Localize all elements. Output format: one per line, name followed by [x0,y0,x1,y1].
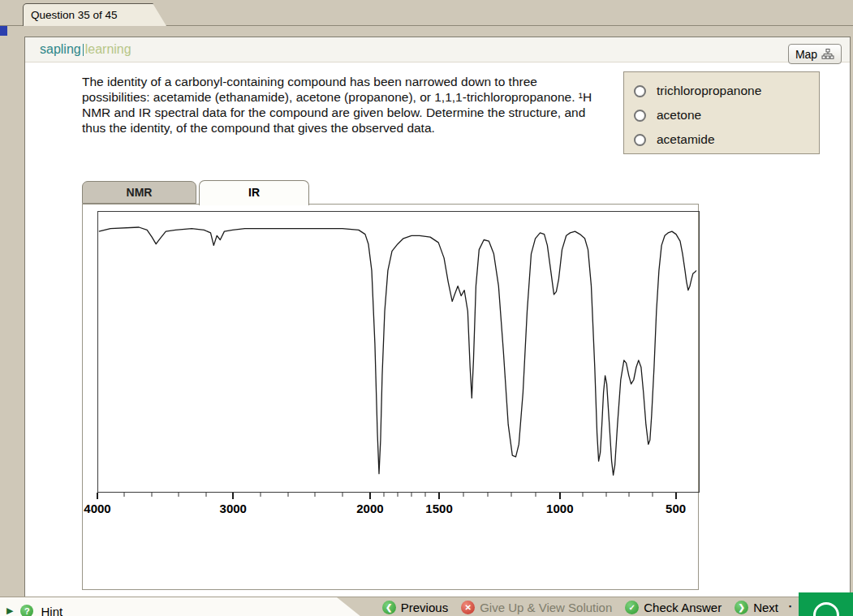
previous-label: Previous [401,601,448,614]
hint-question-icon: ? [20,605,33,616]
sapling-learning-logo: saplinglearning [40,42,131,57]
give-up-label: Give Up & View Solution [480,601,612,614]
x-tick-label: 500 [666,502,686,515]
x-minor-tick [398,493,398,497]
x-minor-tick [605,493,606,497]
x-major-tick [559,493,561,499]
x-minor-tick [583,493,584,497]
x-major-tick [369,493,371,499]
choice-acetamide[interactable]: acetamide [634,127,819,152]
footer-buttons: ❮ Previous ✕ Give Up & View Solution ✓ C… [382,597,778,616]
x-minor-tick [511,493,512,497]
chat-widget-corner[interactable] [799,592,853,616]
x-major-tick [97,493,98,499]
choice-label: trichloropropanone [657,84,761,98]
x-minor-tick [653,493,653,497]
x-minor-tick [260,493,261,497]
radio-button[interactable] [634,110,646,122]
x-minor-tick [411,493,412,497]
x-minor-tick [151,493,152,497]
x-minor-tick [383,493,384,497]
question-text: The identity of a carbonyl-containing co… [82,74,608,136]
choice-label: acetamide [657,132,715,147]
x-minor-tick [629,493,630,497]
sitemap-icon [821,49,834,59]
spectrum-panel: 40003000200015001000500 [82,204,699,590]
question-number-tab[interactable]: Question 35 of 45 [23,3,153,26]
footer-bar: ▶ ? Hint ❮ Previous ✕ Give Up & View Sol… [0,597,853,616]
logo-sapling-text: sapling [40,42,81,57]
logo-learning-text: learning [85,42,131,57]
x-minor-tick [124,493,125,497]
x-tick-label: 1500 [425,502,452,515]
x-minor-tick [487,493,488,497]
panel-header: saplinglearning [25,37,850,62]
tab-nmr[interactable]: NMR [82,181,196,204]
next-label: Next [753,601,778,614]
answer-choices-box: trichloropropanone acetone acetamide [623,71,820,154]
choice-trichloropropanone[interactable]: trichloropropanone [634,79,819,103]
x-tick-label: 1000 [546,502,573,515]
main-panel: saplinglearning Map The identity of a ca… [24,37,851,616]
choice-acetone[interactable]: acetone [634,103,819,127]
ir-spectrum-plot [97,211,700,493]
next-arrow-icon: ❯ [735,601,748,614]
x-minor-tick [342,493,343,497]
x-tick-label: 4000 [84,502,110,515]
hint-tab[interactable]: ▶ ? Hint [0,597,337,616]
check-icon: ✓ [625,601,639,614]
x-minor-tick [536,493,536,497]
previous-button[interactable]: ❮ Previous [382,601,448,614]
x-minor-tick [315,493,316,497]
x-major-tick [232,493,234,499]
check-answer-label: Check Answer [644,601,722,614]
x-tick-label: 3000 [220,502,247,515]
x-minor-tick [287,493,288,497]
radio-button[interactable] [634,85,646,97]
question-number-label: Question 35 of 45 [31,9,118,21]
ir-spectrum-curve [98,212,699,492]
previous-arrow-icon: ❮ [382,601,396,614]
x-minor-tick [425,493,426,497]
x-major-tick [675,493,677,499]
x-minor-tick [205,493,206,497]
x-minor-tick [179,493,179,497]
app-window: Question 35 of 45 saplinglearning Map Th… [0,0,853,616]
check-answer-button[interactable]: ✓ Check Answer [625,601,722,614]
next-button[interactable]: ❯ Next [735,601,778,614]
x-tick-label: 2000 [356,502,383,515]
map-button[interactable]: Map [788,44,842,64]
x-major-tick [438,493,440,499]
choice-label: acetone [657,108,701,123]
x-minor-tick [463,493,463,497]
hint-expand-arrow-icon[interactable]: ▶ [6,600,13,615]
hint-label: Hint [41,597,62,616]
cut-off-glyph: ▪ [789,602,791,610]
give-up-button[interactable]: ✕ Give Up & View Solution [461,601,612,614]
logo-divider [83,44,84,56]
tab-ir[interactable]: IR [199,180,309,205]
give-up-x-icon: ✕ [461,601,475,614]
question-tab-bar: Question 35 of 45 [0,0,853,26]
radio-button[interactable] [634,134,646,146]
map-button-label: Map [795,48,817,61]
chat-widget-icon [813,602,839,616]
